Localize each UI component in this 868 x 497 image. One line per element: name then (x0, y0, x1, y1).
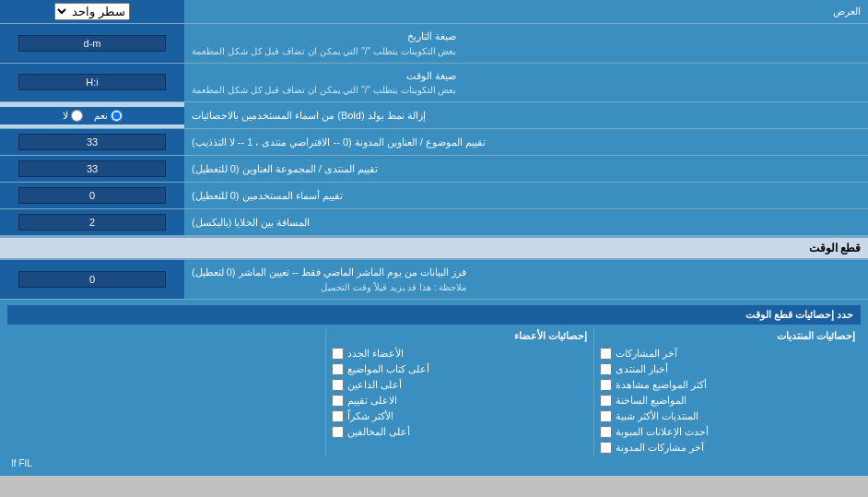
checkbox-item-5: المنتديات الأكثر شبية (600, 409, 856, 423)
cutoff-section-header: قطع الوقت (0, 236, 868, 260)
checkbox-item-m4: الاعلى تقييم (332, 394, 588, 408)
if-fil-notice: If FIL (7, 456, 861, 470)
usernames-sort-input-wrap (0, 183, 184, 208)
bold-no-radio[interactable] (71, 110, 83, 122)
col2-header: إحصائيات الأعضاء (332, 330, 588, 342)
checkbox-item-6: أحدث الإعلانات المبوبة (600, 425, 856, 439)
stats-limits-section: حدد إحصائيات قطع الوقت إحصائيات المنتديا… (0, 300, 868, 476)
checkbox-top-posters[interactable] (332, 363, 344, 375)
checkbox-latest-ads[interactable] (600, 426, 612, 438)
checkbox-item-4: المواضيع الساخنة (600, 394, 856, 408)
checkbox-item-m5: الأكثر شكراً (332, 409, 588, 423)
checkbox-item-7: آخر مشاركات المدونة (600, 441, 856, 455)
stats-limits-title: حدد إحصائيات قطع الوقت (7, 305, 861, 325)
cell-spacing-input-wrap (0, 209, 184, 235)
bold-yes-label[interactable]: نعم (94, 110, 123, 122)
forum-topic-sort-label: تقييم الموضوع / العناوين المدونة (0 -- ا… (184, 129, 868, 155)
display-type-row: العرض سطر واحد سطران ثلاثة أسطر (0, 0, 868, 24)
display-type-control: سطر واحد سطران ثلاثة أسطر (0, 0, 184, 23)
checkbox-top-violators[interactable] (332, 426, 344, 438)
checkbox-last-blog[interactable] (600, 442, 612, 454)
cutoff-days-input-wrap (0, 260, 184, 299)
checkbox-item-1: آخر المشاركات (600, 347, 856, 361)
col-forums-stats: إحصائيات المنتديات آخر المشاركات أخبار ا… (593, 328, 862, 456)
checkbox-popular-forums[interactable] (600, 410, 612, 422)
cell-spacing-label: المسافة بين الخلايا (بالبكسل) (184, 209, 868, 235)
checkbox-item-m6: أعلى المخالفين (332, 425, 588, 439)
cutoff-days-label: فرز البيانات من يوم الماشر الماضي فقط --… (184, 260, 868, 299)
cutoff-days-row: فرز البيانات من يوم الماشر الماضي فقط --… (0, 260, 868, 300)
forum-group-sort-row: تقييم المنتدى / المجموعة العناوين (0 للت… (0, 156, 868, 183)
checkbox-item-2: أخبار المنتدى (600, 362, 856, 376)
checkbox-hot-topics[interactable] (600, 395, 612, 407)
usernames-sort-row: تقييم أسماء المستخدمين (0 للتعطيل) (0, 183, 868, 209)
checkboxes-grid: إحصائيات المنتديات آخر المشاركات أخبار ا… (7, 328, 861, 456)
usernames-sort-input[interactable] (18, 187, 166, 204)
checkbox-item-m2: أعلى كتاب المواضيع (332, 362, 588, 376)
time-format-label: صيغة الوقت بعض التكوينات يتطلب "/" التي … (184, 64, 868, 102)
forum-group-sort-input-wrap (0, 156, 184, 182)
cutoff-days-input[interactable] (18, 271, 166, 288)
date-format-label: صيغة التاريخ بعض التكوينات يتطلب "/" الت… (184, 24, 868, 63)
cell-spacing-input[interactable] (18, 214, 166, 231)
bold-yes-radio[interactable] (111, 110, 123, 122)
checkbox-forum-news[interactable] (600, 363, 612, 375)
bold-remove-label: إزالة نمط بولد (Bold) من اسماء المستخدمي… (184, 102, 868, 128)
checkbox-new-members[interactable] (332, 348, 344, 360)
checkbox-item-m1: الأعضاء الجدد (332, 347, 588, 361)
time-format-input-wrap (0, 64, 184, 102)
date-format-input[interactable] (18, 35, 166, 52)
checkbox-most-thanked[interactable] (332, 410, 344, 422)
display-type-label: العرض (184, 1, 868, 22)
main-container: العرض سطر واحد سطران ثلاثة أسطر صيغة الت… (0, 0, 868, 476)
bold-remove-row: إزالة نمط بولد (Bold) من اسماء المستخدمي… (0, 102, 868, 129)
bold-remove-radio-wrap: نعم لا (0, 107, 184, 124)
date-format-input-wrap (0, 24, 184, 63)
col-members-stats: إحصائيات الأعضاء الأعضاء الجدد أعلى كتاب… (325, 328, 593, 456)
forum-group-sort-input[interactable] (18, 160, 166, 177)
time-format-input[interactable] (18, 74, 166, 90)
forum-topic-sort-row: تقييم الموضوع / العناوين المدونة (0 -- ا… (0, 129, 868, 156)
checkbox-item-m3: أعلى الداعين (332, 378, 588, 392)
usernames-sort-label: تقييم أسماء المستخدمين (0 للتعطيل) (184, 183, 868, 208)
checkbox-top-rated[interactable] (332, 395, 344, 407)
checkbox-item-3: أكثر المواضيع مشاهدة (600, 378, 856, 392)
checkbox-top-inviters[interactable] (332, 379, 344, 391)
col-empty (7, 328, 325, 456)
forum-group-sort-label: تقييم المنتدى / المجموعة العناوين (0 للت… (184, 156, 868, 182)
forum-topic-sort-input-wrap (0, 129, 184, 155)
checkbox-most-viewed[interactable] (600, 379, 612, 391)
forum-topic-sort-input[interactable] (18, 134, 166, 150)
cell-spacing-row: المسافة بين الخلايا (بالبكسل) (0, 209, 868, 236)
bold-no-label[interactable]: لا (63, 110, 83, 122)
display-type-select[interactable]: سطر واحد سطران ثلاثة أسطر (54, 3, 130, 20)
date-format-row: صيغة التاريخ بعض التكوينات يتطلب "/" الت… (0, 24, 868, 64)
checkbox-last-posts[interactable] (600, 348, 612, 360)
time-format-row: صيغة الوقت بعض التكوينات يتطلب "/" التي … (0, 64, 868, 103)
col1-header: إحصائيات المنتديات (600, 330, 856, 342)
